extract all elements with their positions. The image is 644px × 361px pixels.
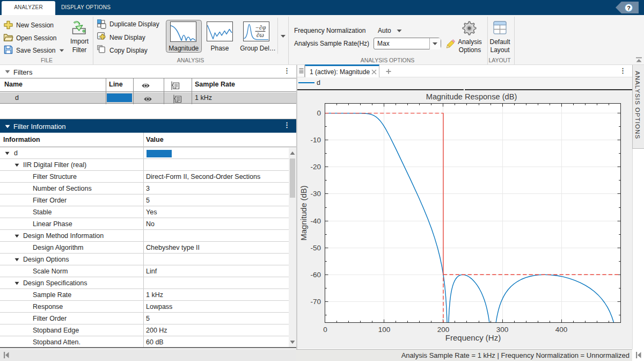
svg-text:100: 100 <box>378 326 391 334</box>
svg-text:-70: -70 <box>310 298 321 306</box>
svg-text:0: 0 <box>323 326 327 334</box>
svg-text:0: 0 <box>317 109 321 117</box>
svg-text:Magnitude Response (dB): Magnitude Response (dB) <box>426 92 517 101</box>
svg-text:200: 200 <box>437 326 450 334</box>
svg-text:-10: -10 <box>310 136 321 144</box>
svg-text:400: 400 <box>555 326 568 334</box>
svg-text:-20: -20 <box>310 163 321 171</box>
svg-text:Magnitude (dB): Magnitude (dB) <box>299 185 308 241</box>
svg-text:Frequency (Hz): Frequency (Hz) <box>445 333 501 342</box>
svg-text:-30: -30 <box>310 190 321 198</box>
svg-text:300: 300 <box>496 326 509 334</box>
svg-text:-40: -40 <box>310 217 321 225</box>
svg-text:-60: -60 <box>310 271 321 279</box>
svg-text:-50: -50 <box>310 244 321 252</box>
